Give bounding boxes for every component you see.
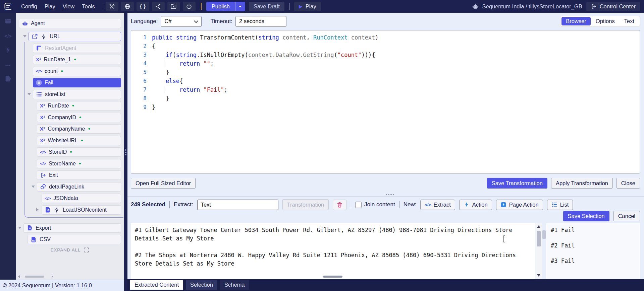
extracted-content-area[interactable]: #1 Gilbert Gateway Towne Center 5034 Sou… <box>131 223 535 279</box>
cancel-button[interactable]: Cancel <box>613 211 640 221</box>
publish-button[interactable]: Publish <box>206 2 235 11</box>
tree-item-label: storeList <box>45 91 65 97</box>
tree-item-CompanyName[interactable]: X¹CompanyName• <box>37 124 121 134</box>
new-extract-button[interactable]: </>Extract <box>420 200 455 210</box>
tree-item-CompanyID[interactable]: X¹CompanyID• <box>37 113 121 122</box>
language-select[interactable]: C# <box>161 16 202 27</box>
scroll-up-icon[interactable] <box>537 225 540 228</box>
button-label: Extract <box>433 202 450 208</box>
tree-item-Agent[interactable]: Agent <box>19 19 121 28</box>
timeout-input[interactable] <box>235 16 286 27</box>
scroll-right-icon[interactable] <box>52 275 53 278</box>
vertical-scrollbar[interactable] <box>535 223 542 279</box>
rail-window-icon[interactable] <box>4 17 12 26</box>
open-full-editor-button[interactable]: Open Full Sized Editor <box>131 178 196 189</box>
tree-item-RunDate[interactable]: X¹RunDate• <box>37 101 121 111</box>
tree-item-storeList[interactable]: storeList <box>33 90 121 99</box>
tab-selection[interactable]: Selection <box>186 280 217 290</box>
tree-item-CSV[interactable]: CSVCSV <box>28 235 121 244</box>
code-line: │ return ""; <box>152 59 214 68</box>
divider-accent <box>201 3 202 10</box>
panel-splitter-horizontal[interactable] <box>386 194 394 195</box>
tree-row-URL: URL <box>29 32 121 41</box>
view-tab-options[interactable]: Options <box>591 17 619 25</box>
tree-item-Fail[interactable]: ×Fail <box>33 78 121 87</box>
folder-x-button[interactable] <box>167 2 180 11</box>
scrollbar-thumb[interactable] <box>25 276 44 278</box>
apply-transformation-button[interactable]: Apply Transformation <box>551 178 613 189</box>
tree-item-RestartAgent[interactable]: RestartAgent <box>33 44 121 53</box>
play-button[interactable]: ▶ Play <box>294 2 321 11</box>
rail-dots-icon[interactable]: ••• <box>5 62 11 68</box>
braces-button[interactable]: { } <box>137 2 149 11</box>
power-button[interactable] <box>183 2 196 11</box>
lightning-icon <box>41 33 47 40</box>
join-content-label: Join content <box>364 201 395 208</box>
code-icon: </> <box>40 161 46 166</box>
tree-item-label: LoadJSONcontent <box>63 207 107 213</box>
tree-item-Export[interactable]: Export <box>23 223 121 233</box>
tree-item-detailPageLink[interactable]: detailPageLink <box>37 182 121 192</box>
tools-button[interactable] <box>106 2 118 11</box>
transformation-button[interactable]: Transformation <box>282 199 329 210</box>
tree-item-LoadJSONcontent[interactable]: LoadJSONcontent <box>42 205 121 215</box>
new-page-action-button[interactable]: Page Action <box>496 200 543 210</box>
tree-item-count[interactable]: </>count• <box>33 67 121 76</box>
scrollbar-thumb[interactable] <box>537 231 541 246</box>
rail-code-rail-icon[interactable]: </> <box>4 33 12 39</box>
extract-input[interactable] <box>197 200 278 210</box>
scroll-down-icon[interactable] <box>537 274 540 277</box>
delete-button[interactable] <box>333 200 347 210</box>
tree-item-StoreName[interactable]: </>StoreName• <box>37 159 121 168</box>
globe-button[interactable] <box>121 2 134 11</box>
pane-divider[interactable] <box>542 223 546 279</box>
expand-all-button[interactable]: EXPAND ALL <box>16 247 124 253</box>
tree-item-RunDate_1[interactable]: X¹RunDate_1• <box>33 55 121 64</box>
tree-horizontal-scrollbar[interactable] <box>17 275 122 279</box>
join-content-checkbox[interactable] <box>355 202 362 208</box>
tree-item-StoreID[interactable]: </>StoreID• <box>37 147 121 157</box>
horizontal-scrollbar-thumb[interactable] <box>323 276 342 278</box>
tree-row-JSONdata: </>JSONdata <box>42 194 121 203</box>
tree-item-WebsiteURL[interactable]: X¹WebsiteURL• <box>37 136 121 145</box>
code-line: } <box>152 103 155 112</box>
view-tab-text[interactable]: Text <box>620 17 639 25</box>
extracted-content-text: #1 Gilbert Gateway Towne Center 5034 Sou… <box>135 226 531 268</box>
rail-export-rail-icon[interactable] <box>4 75 12 84</box>
panel-splitter-vertical[interactable] <box>124 13 127 291</box>
agent-tree-panel: AgentURLRestartAgentX¹RunDate_1•</>count… <box>16 13 124 280</box>
save-transformation-button[interactable]: Save Transformation <box>487 178 547 189</box>
caret-down-icon <box>238 6 242 7</box>
close-button[interactable]: Close <box>616 178 640 189</box>
line-number: 7 <box>131 85 152 94</box>
tree-item-URL[interactable]: URL <box>29 32 121 41</box>
tab-extracted-content[interactable]: Extracted Content <box>130 280 183 290</box>
configured-dot-icon: • <box>88 127 91 131</box>
menu-view[interactable]: View <box>59 3 78 10</box>
new-list-button[interactable]: List <box>547 200 573 210</box>
tab-schema[interactable]: Schema <box>220 280 249 290</box>
publish-dropdown-button[interactable] <box>235 2 245 11</box>
menu-tools[interactable]: Tools <box>78 3 99 10</box>
configured-dot-icon: • <box>79 162 81 165</box>
menu-play[interactable]: Play <box>41 3 59 10</box>
chevron-down-icon[interactable] <box>18 227 21 229</box>
menu-config[interactable]: Config <box>17 3 41 10</box>
save-draft-button[interactable]: Save Draft <box>249 2 284 11</box>
tree-item-label: WebsiteURL <box>48 138 78 144</box>
divider-handle[interactable] <box>542 230 546 239</box>
new-action-button[interactable]: Action <box>459 200 492 210</box>
line-number: 8 <box>131 94 152 103</box>
scroll-left-icon[interactable] <box>18 275 20 278</box>
rail-bolt-rail-icon[interactable] <box>4 46 12 55</box>
tree-item-JSONdata[interactable]: </>JSONdata <box>42 194 121 203</box>
save-selection-button[interactable]: Save Selection <box>563 211 609 221</box>
app-window: ConfigPlayViewTools { } Publish Save Dra… <box>0 0 644 291</box>
view-tab-browser[interactable]: Browser <box>561 17 591 25</box>
workflow-button[interactable] <box>152 2 165 11</box>
chevron-down-icon[interactable] <box>23 35 26 38</box>
x-circle-icon: × <box>36 80 42 86</box>
code-editor[interactable]: 1public string TransformContent(string c… <box>131 30 640 174</box>
control-center-button[interactable]: Control Center <box>586 2 640 11</box>
tree-item-Exit[interactable]: Exit <box>37 170 121 180</box>
